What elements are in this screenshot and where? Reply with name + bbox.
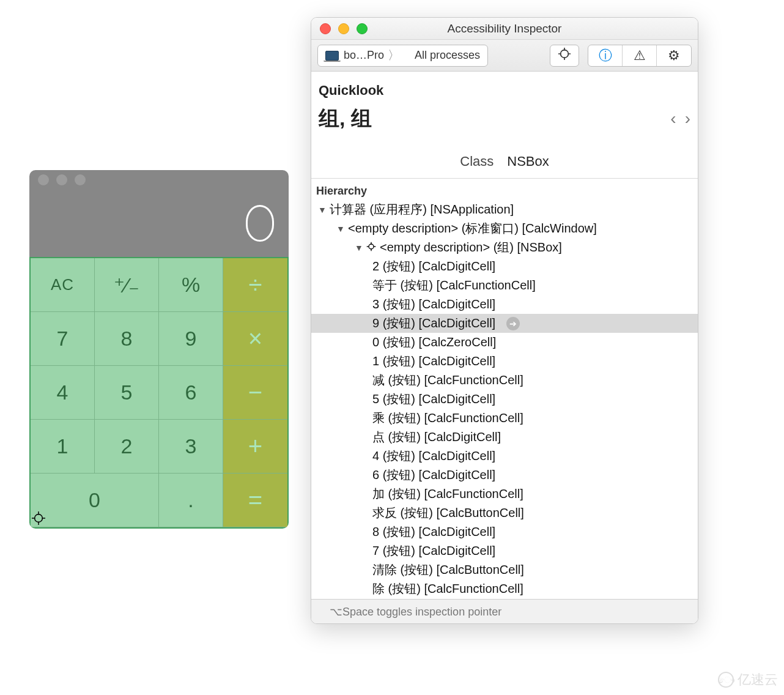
class-value: NSBox: [507, 154, 549, 169]
process-label: All processes: [415, 49, 480, 62]
settings-mode-button[interactable]: ⚙︎: [657, 45, 691, 66]
inspector-titlebar[interactable]: Accessibility Inspector: [311, 18, 698, 40]
tree-row[interactable]: 减 (按钮) [CalcFunctionCell]: [311, 371, 698, 390]
tree-row-label: 求反 (按钮) [CalcButtonCell]: [372, 505, 524, 521]
calculator-window: AC ⁺∕₋ % ÷ 7 8 9 × 4 5 6 − 1 2 3 + 0 . =: [29, 170, 289, 529]
tree-row-label: 等于 (按钮) [CalcFunctionCell]: [372, 277, 536, 294]
calculator-titlebar[interactable]: [29, 170, 289, 190]
calc-plus-button[interactable]: +: [223, 420, 287, 474]
traffic-zoom-icon[interactable]: [75, 174, 86, 185]
tree-row[interactable]: ▼计算器 (应用程序) [NSApplication]: [311, 200, 698, 219]
calculator-display-value: [246, 205, 274, 242]
nav-next-button[interactable]: ›: [685, 109, 690, 128]
tree-row[interactable]: 4 (按钮) [CalcDigitCell]: [311, 447, 698, 466]
tree-row[interactable]: 6 (按钮) [CalcDigitCell]: [311, 466, 698, 485]
tree-row[interactable]: 求反 (按钮) [CalcButtonCell]: [311, 504, 698, 522]
nav-prev-button[interactable]: ‹: [670, 109, 676, 128]
tree-row-label: 9 (按钮) [CalcDigitCell]: [372, 315, 495, 332]
tree-row[interactable]: 加 (按钮) [CalcFunctionCell]: [311, 485, 698, 504]
tree-row-label: 加 (按钮) [CalcFunctionCell]: [372, 486, 523, 502]
calc-clear-button[interactable]: AC: [31, 258, 95, 312]
target-picker[interactable]: bo…Pro 〉 All processes: [317, 45, 488, 67]
calc-1-button[interactable]: 1: [31, 420, 95, 474]
calc-equals-button[interactable]: =: [223, 474, 287, 527]
tree-row-label: 4 (按钮) [CalcDigitCell]: [372, 448, 495, 464]
calc-6-button[interactable]: 6: [159, 366, 223, 420]
disclosure-triangle-icon[interactable]: ▼: [336, 224, 346, 234]
calculator-display: [29, 190, 289, 257]
tree-row-label: 8 (按钮) [CalcDigitCell]: [372, 524, 495, 540]
hierarchy-label: Hierarchy: [311, 182, 698, 200]
tree-row-label: 0 (按钮) [CalcZeroCell]: [372, 334, 496, 351]
process-segment[interactable]: All processes: [407, 45, 487, 66]
hierarchy-tree[interactable]: ▼计算器 (应用程序) [NSApplication]▼<empty descr…: [311, 200, 698, 598]
info-icon: ⓘ: [599, 46, 612, 65]
tree-row-label: 7 (按钮) [CalcDigitCell]: [372, 543, 495, 559]
traffic-close-icon[interactable]: [38, 174, 49, 185]
calc-multiply-button[interactable]: ×: [223, 312, 287, 366]
tree-row-label: 5 (按钮) [CalcDigitCell]: [372, 391, 495, 407]
calc-2-button[interactable]: 2: [95, 420, 159, 474]
calc-9-button[interactable]: 9: [159, 312, 223, 366]
watermark: ෞ 亿速云: [718, 671, 778, 689]
accessibility-inspector-window: Accessibility Inspector bo…Pro 〉 All pro…: [311, 17, 698, 624]
tree-row-label: 1 (按钮) [CalcDigitCell]: [372, 353, 495, 370]
tree-row[interactable]: 8 (按钮) [CalcDigitCell]: [311, 522, 698, 541]
svg-point-0: [35, 515, 43, 522]
tree-row[interactable]: 除 (按钮) [CalcFunctionCell]: [311, 579, 698, 598]
navigate-icon[interactable]: ➔: [506, 317, 520, 330]
tree-row[interactable]: 9 (按钮) [CalcDigitCell]➔: [311, 314, 698, 333]
tree-row-label: 点 (按钮) [CalcDigitCell]: [372, 429, 501, 445]
inspection-mode-button[interactable]: ⓘ: [588, 45, 623, 66]
tree-row-label: 减 (按钮) [CalcFunctionCell]: [372, 372, 523, 388]
class-row: Class NSBox: [311, 135, 698, 179]
disclosure-triangle-icon[interactable]: ▼: [354, 243, 364, 253]
tree-row-label: 3 (按钮) [CalcDigitCell]: [372, 296, 495, 313]
calc-0-button[interactable]: 0: [31, 474, 159, 527]
watermark-icon: ෞ: [718, 672, 734, 688]
tree-row[interactable]: ▼<empty description> (标准窗口) [CalcWindow]: [311, 219, 698, 238]
mode-segmented-control: ⓘ ⚠︎ ⚙︎: [588, 45, 692, 67]
quicklook-nav: ‹ ›: [670, 109, 690, 128]
disclosure-triangle-icon[interactable]: ▼: [317, 205, 327, 215]
tree-row[interactable]: ▼<empty description> (组) [NSBox]: [311, 238, 698, 257]
tree-row-label: 6 (按钮) [CalcDigitCell]: [372, 467, 495, 483]
svg-point-10: [369, 244, 374, 249]
calculator-keypad: AC ⁺∕₋ % ÷ 7 8 9 × 4 5 6 − 1 2 3 + 0 . =: [29, 257, 289, 529]
calc-percent-button[interactable]: %: [159, 258, 223, 312]
tree-row[interactable]: 1 (按钮) [CalcDigitCell]: [311, 352, 698, 371]
device-segment[interactable]: bo…Pro 〉: [318, 45, 407, 66]
tree-row[interactable]: 3 (按钮) [CalcDigitCell]: [311, 295, 698, 314]
calc-negate-button[interactable]: ⁺∕₋: [95, 258, 159, 312]
calc-dot-button[interactable]: .: [159, 474, 223, 527]
traffic-minimize-icon[interactable]: [56, 174, 67, 185]
chevron-right-icon: 〉: [388, 47, 400, 64]
point-inspect-button[interactable]: [550, 45, 579, 67]
inspection-crosshair-icon: [32, 511, 45, 525]
tree-row[interactable]: 0 (按钮) [CalcZeroCell]: [311, 333, 698, 352]
inspector-toolbar: bo…Pro 〉 All processes ⓘ ⚠︎ ⚙︎: [311, 40, 698, 72]
tree-row-label: <empty description> (组) [NSBox]: [380, 239, 562, 256]
audit-mode-button[interactable]: ⚠︎: [623, 45, 657, 66]
tree-row[interactable]: 2 (按钮) [CalcDigitCell]: [311, 257, 698, 276]
calc-5-button[interactable]: 5: [95, 366, 159, 420]
tree-row[interactable]: 7 (按钮) [CalcDigitCell]: [311, 541, 698, 560]
calc-3-button[interactable]: 3: [159, 420, 223, 474]
tree-row[interactable]: 点 (按钮) [CalcDigitCell]: [311, 428, 698, 447]
tree-row[interactable]: 等于 (按钮) [CalcFunctionCell]: [311, 276, 698, 295]
calc-minus-button[interactable]: −: [223, 366, 287, 420]
tree-row-label: 除 (按钮) [CalcFunctionCell]: [372, 581, 523, 597]
tree-row[interactable]: 乘 (按钮) [CalcFunctionCell]: [311, 409, 698, 428]
tree-row-label: 计算器 (应用程序) [NSApplication]: [330, 201, 514, 218]
calc-7-button[interactable]: 7: [31, 312, 95, 366]
calc-8-button[interactable]: 8: [95, 312, 159, 366]
quicklook-element-name: 组, 组: [319, 105, 372, 133]
tree-row[interactable]: 清除 (按钮) [CalcButtonCell]: [311, 560, 698, 579]
tree-row[interactable]: 5 (按钮) [CalcDigitCell]: [311, 390, 698, 409]
hierarchy-panel: Hierarchy ▼计算器 (应用程序) [NSApplication]▼<e…: [311, 179, 698, 599]
crosshair-icon: [558, 47, 571, 64]
calc-4-button[interactable]: 4: [31, 366, 95, 420]
gear-icon: ⚙︎: [668, 48, 680, 64]
calc-divide-button[interactable]: ÷: [223, 258, 287, 312]
tree-row-label: 乘 (按钮) [CalcFunctionCell]: [372, 410, 523, 426]
